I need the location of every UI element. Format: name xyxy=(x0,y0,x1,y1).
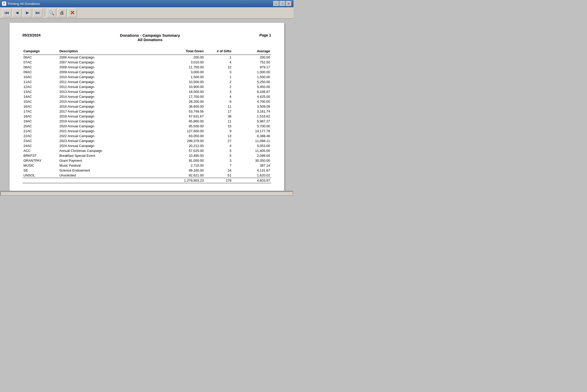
cell-total-given: 57,631.67 xyxy=(166,114,205,119)
cell-total-given: 65,860.00 xyxy=(166,119,205,124)
cell-total-given: 200.00 xyxy=(166,55,205,60)
cell-num-gifts: 12 xyxy=(205,65,232,70)
cell-description: 2017 Annual Campaign xyxy=(58,109,166,114)
report-title-line1: Donations - Campaign Summary xyxy=(120,33,180,38)
cell-num-gifts: 3 xyxy=(205,70,232,75)
maximize-button[interactable]: □ xyxy=(280,1,285,6)
cell-total-given: 11,750.00 xyxy=(166,65,205,70)
cell-num-gifts: 4 xyxy=(205,94,232,99)
cell-campaign: SE xyxy=(23,168,59,173)
cell-total-given: 10,495.00 xyxy=(166,153,205,158)
last-page-button[interactable]: ⏭ xyxy=(33,9,42,17)
cell-campaign: 08AC xyxy=(23,65,59,70)
cell-total-given: 10,900.00 xyxy=(166,84,205,89)
window-controls: — □ ✕ xyxy=(273,1,291,6)
col-header-total-given: Total Given xyxy=(166,48,205,55)
cell-average: 5,250.00 xyxy=(232,79,271,84)
table-row: GRANTPAYGrant Payment91,050.00330,350.00 xyxy=(23,158,271,163)
cell-num-gifts: 7 xyxy=(205,163,232,168)
prev-page-button[interactable]: ◄ xyxy=(12,9,22,17)
table-row: 13AC2013 Annual Campaign18,500.0036,166.… xyxy=(23,89,271,94)
cell-campaign: 09AC xyxy=(23,70,59,75)
table-row: 06AC2006 Annual Campaign200.001200.00 xyxy=(23,55,271,60)
cell-description: 2008 Annual Campaign xyxy=(58,65,166,70)
cell-description: 2024 Annual Campaign xyxy=(58,143,166,148)
cell-description: 2015 Annual Campaign xyxy=(58,99,166,104)
cell-num-gifts: 4 xyxy=(205,143,232,148)
cell-campaign: 17AC xyxy=(23,109,59,114)
total-gifts: 278 xyxy=(205,178,232,183)
table-row: 09AC2009 Annual Campaign3,000.0031,000.0… xyxy=(23,70,271,75)
cell-campaign: 14AC xyxy=(23,94,59,99)
table-row: BRKFSTBreakfast Special Event10,495.0052… xyxy=(23,153,271,158)
table-row: SEScience Endowment99,160.00244,131.67 xyxy=(23,168,271,173)
cell-description: 2006 Annual Campaign xyxy=(58,55,166,60)
cell-num-gifts: 6 xyxy=(205,99,232,104)
cell-average: 1,500.00 xyxy=(232,75,271,79)
table-row: 14AC2014 Annual Campaign17,700.0044,425.… xyxy=(23,94,271,99)
cell-campaign: 10AC xyxy=(23,75,59,79)
cell-description: 2012 Annual Campaign xyxy=(58,84,166,89)
first-page-button[interactable]: ⏮ xyxy=(2,9,11,17)
cell-description: 2009 Annual Campaign xyxy=(58,70,166,75)
cell-description: 2023 Annual Campaign xyxy=(58,138,166,143)
close-report-button[interactable]: ✕ xyxy=(68,9,77,17)
minimize-button[interactable]: — xyxy=(273,1,279,6)
cell-num-gifts: 5 xyxy=(205,148,232,153)
cell-total-given: 99,160.00 xyxy=(166,168,205,173)
cell-num-gifts: 2 xyxy=(205,79,232,84)
cell-average: 979.17 xyxy=(232,65,271,70)
cell-average: 3,161.74 xyxy=(232,109,271,114)
cell-campaign: 06AC xyxy=(23,55,59,60)
cell-average: 1,000.00 xyxy=(232,70,271,75)
cell-average: 4,425.00 xyxy=(232,94,271,99)
cell-description: 2016 Annual Campaign xyxy=(58,104,166,109)
cell-total-given: 10,500.00 xyxy=(166,79,205,84)
cell-total-given: 53,749.56 xyxy=(166,109,205,114)
cell-description: 2019 Annual Campaign xyxy=(58,119,166,124)
col-header-description: Description xyxy=(58,48,166,55)
cell-num-gifts: 1 xyxy=(205,75,232,79)
cell-total-given: 299,379.00 xyxy=(166,138,205,143)
main-content-area: 05/23/2024 Donations - Campaign Summary … xyxy=(0,19,294,191)
table-row: ACCAnnual Christmas Campaign57,025.00511… xyxy=(23,148,271,153)
horizontal-scrollbar[interactable] xyxy=(1,191,293,196)
table-row: 10AC2010 Annual Campaign1,500.0011,500.0… xyxy=(23,75,271,79)
cell-average: 6,166.67 xyxy=(232,89,271,94)
cell-campaign: 21AC xyxy=(23,129,59,134)
window-title: Printing All Donations xyxy=(8,2,40,6)
search-button[interactable]: 🔍 xyxy=(47,9,56,17)
cell-description: 2022 Annual Campaign xyxy=(58,134,166,138)
cell-campaign: 22AC xyxy=(23,134,59,138)
next-page-button[interactable]: ► xyxy=(23,9,32,17)
table-row: 11AC2011 Annual Campaign10,500.0025,250.… xyxy=(23,79,271,84)
report-title-line2: All Donations xyxy=(120,38,180,42)
cell-num-gifts: 51 xyxy=(205,173,232,178)
table-row: MUSICMusic Festival2,710.007387.14 xyxy=(23,163,271,168)
cell-num-gifts: 38 xyxy=(205,114,232,119)
table-row: 17AC2017 Annual Campaign53,749.56173,161… xyxy=(23,109,271,114)
cell-campaign: 13AC xyxy=(23,89,59,94)
cell-num-gifts: 13 xyxy=(205,134,232,138)
bottom-bar xyxy=(0,191,294,196)
cell-total-given: 85,500.00 xyxy=(166,124,205,129)
cell-description: 2018 Annual Campaign xyxy=(58,114,166,119)
col-header-average: Average xyxy=(232,48,271,55)
cell-average: 5,987.27 xyxy=(232,119,271,124)
cell-average: 1,516.62 xyxy=(232,114,271,119)
cell-total-given: 38,600.00 xyxy=(166,104,205,109)
cell-num-gifts: 3 xyxy=(205,158,232,163)
table-row: 22AC2022 Annual Campaign83,050.00136,388… xyxy=(23,134,271,138)
cell-average: 200.00 xyxy=(232,55,271,60)
title-bar: P Printing All Donations — □ ✕ xyxy=(0,0,294,7)
cell-campaign: MUSIC xyxy=(23,163,59,168)
cell-total-given: 18,500.00 xyxy=(166,89,205,94)
close-button[interactable]: ✕ xyxy=(286,1,291,6)
cell-num-gifts: 3 xyxy=(205,89,232,94)
print-button[interactable]: 🖨 xyxy=(57,9,67,17)
cell-description: Unsolicited xyxy=(58,173,166,178)
total-blank-2 xyxy=(58,178,166,183)
report-page: 05/23/2024 Donations - Campaign Summary … xyxy=(10,23,284,191)
cell-total-given: 83,050.00 xyxy=(166,134,205,138)
totals-row: 1,279,903.232784,603.97 xyxy=(23,178,271,183)
